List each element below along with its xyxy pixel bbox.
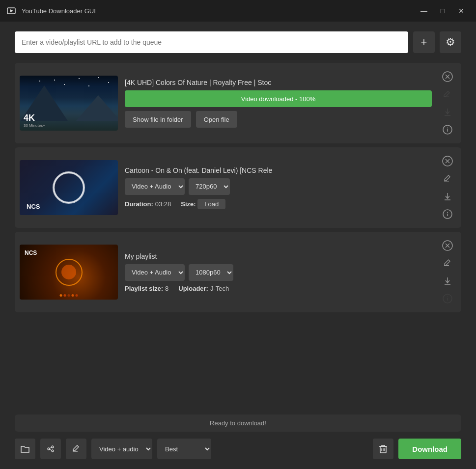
status-text: Ready to download! [210,419,266,427]
item-title: [4K UHD] Colors Of Nature | Royalty Free… [125,79,432,86]
info-button [441,292,454,305]
item-actions [439,70,456,137]
clipboard-button[interactable] [40,439,61,459]
download-button[interactable]: Download [398,439,461,459]
download-item-button [441,105,454,119]
quality-select[interactable]: Best [157,439,211,459]
main-content: + ⚙ 4K 30 Minu [0,22,476,469]
playlist-size-label: Playlist size: [125,285,163,292]
queue-item: NCS Cartoon - On & On (feat. Daniel Levi… [15,147,461,228]
uploader-value: J-Tech [210,285,229,292]
item-controls: Video + Audio 720p60 [125,178,432,195]
open-folder-button[interactable] [15,439,35,459]
remove-button[interactable] [441,70,454,83]
item-info: My playlist Video + Audio 1080p60 Playli… [125,252,432,292]
download-item-button[interactable] [441,274,454,288]
item-controls: Video + Audio 1080p60 [125,264,432,281]
toolbar: Video + audio Best Download [15,439,461,459]
format-select[interactable]: Video + Audio [125,178,185,195]
maximize-button[interactable]: □ [434,3,451,18]
close-button[interactable]: ✕ [452,3,470,18]
action-buttons: Show file in folder Open file [125,111,432,128]
window-controls: — □ ✕ [415,3,470,18]
thumbnail-ncs1: NCS [20,160,118,215]
svg-marker-1 [10,9,13,12]
queue-list: 4K 30 Minutes+ [4K UHD] Colors Of Nature… [15,63,461,407]
svg-point-30 [48,448,50,450]
item-title: My playlist [125,252,432,260]
svg-point-32 [52,450,54,452]
download-item-button[interactable] [441,190,454,203]
duration-value: 03:28 [155,200,171,208]
item-meta: Playlist size:8 Uploader:J-Tech [125,285,432,292]
queue-item: NCS My playlist [15,232,461,312]
title-bar: YouTube Downloader GUI — □ ✕ [0,0,476,22]
duration-label: Duration: [125,200,153,208]
item-actions [439,154,456,221]
thumbnail-ncs2: NCS [20,245,118,300]
url-bar: + ⚙ [15,31,461,53]
playlist-size-value: 8 [165,285,168,292]
app-icon [6,5,17,16]
svg-point-31 [52,446,54,448]
window-title: YouTube Downloader GUI [22,7,415,15]
quality-select[interactable]: 1080p60 [189,264,233,281]
remove-button[interactable] [441,154,454,168]
queue-item: 4K 30 Minutes+ [4K UHD] Colors Of Nature… [15,63,461,143]
ncs-logo2: NCS [25,249,37,256]
item-meta: Duration:03:28 Size: Load [125,199,432,209]
svg-line-33 [50,447,52,448]
ncs-logo: NCS [27,203,40,210]
load-size-button[interactable]: Load [197,199,225,209]
remove-button[interactable] [441,239,454,252]
item-info: Cartoon - On & On (feat. Daniel Levi) [N… [125,166,432,209]
info-button[interactable] [441,123,454,137]
quality-select[interactable]: 720p60 [189,178,230,195]
edit-button [441,87,454,101]
edit-button[interactable] [441,172,454,186]
edit-all-button[interactable] [66,439,86,459]
item-actions [439,239,456,305]
svg-line-34 [50,449,52,450]
edit-button[interactable] [441,256,454,270]
add-url-button[interactable]: + [413,31,435,53]
minimize-button[interactable]: — [415,3,433,18]
thumbnail-4k: 4K 30 Minutes+ [20,76,118,131]
svg-point-20 [447,212,448,213]
svg-point-10 [447,128,448,129]
size-label: Size: [181,200,196,208]
settings-button[interactable]: ⚙ [440,31,461,53]
status-bar: Ready to download! [15,414,461,432]
format-select[interactable]: Video + Audio [125,264,185,281]
open-file-button[interactable]: Open file [196,111,237,128]
info-button[interactable] [441,207,454,221]
url-input[interactable] [15,31,408,53]
progress-bar: Video downloaded - 100% [125,90,432,107]
item-title: Cartoon - On & On (feat. Daniel Levi) [N… [125,166,432,174]
svg-point-11 [54,173,84,202]
format-select[interactable]: Video + audio [91,439,152,459]
svg-point-29 [447,297,448,298]
item-info: [4K UHD] Colors Of Nature | Royalty Free… [125,79,432,128]
clear-all-button[interactable] [373,439,393,459]
uploader-label: Uploader: [178,285,208,292]
show-folder-button[interactable]: Show file in folder [125,111,191,128]
